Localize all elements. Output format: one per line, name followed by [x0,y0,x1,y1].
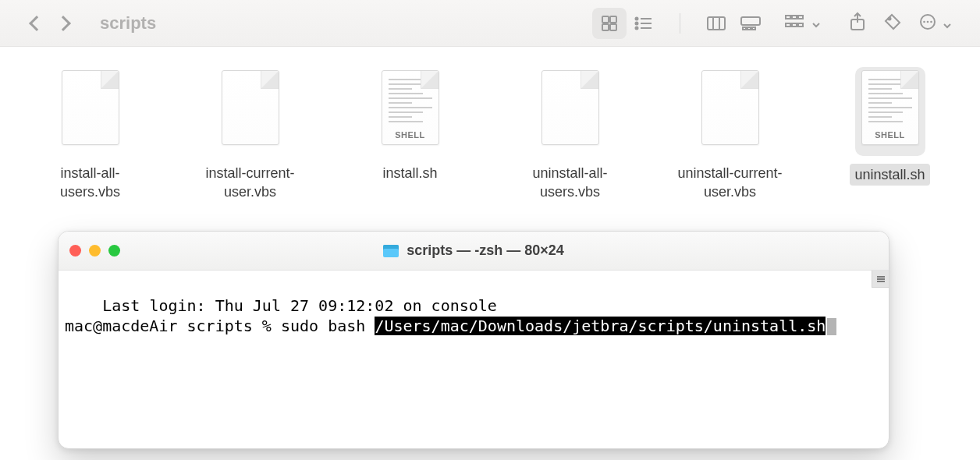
view-mode-segment-2 [699,8,768,39]
svg-point-27 [923,20,925,23]
svg-point-8 [636,27,638,29]
svg-rect-13 [741,17,760,25]
generic-file-icon [222,70,279,145]
file-label: uninstall-all- users.vbs [532,164,607,202]
folder-icon [383,245,399,257]
svg-rect-14 [743,27,746,30]
file-label: uninstall.sh [850,164,929,186]
svg-point-25 [889,17,891,19]
view-mode-segment [592,8,661,39]
group-by-button[interactable] [785,14,832,33]
terminal-command-arg: /Users/mac/Downloads/jetbra/scripts/unin… [375,317,826,335]
list-icon [634,16,653,31]
file-icon-wrap [695,67,765,156]
file-label: install-all- users.vbs [60,164,120,202]
file-icon-wrap [535,67,605,156]
view-columns-button[interactable] [699,8,733,39]
shell-badge: SHELL [382,130,439,140]
generic-file-icon [541,70,599,145]
terminal-title: scripts — -zsh — 80×24 [59,242,889,259]
file-item[interactable]: install-all- users.vbs [37,67,143,202]
svg-point-28 [927,20,929,23]
grid-icon [601,15,618,32]
finder-toolbar: scripts [0,0,980,47]
view-icons-button[interactable] [592,8,627,39]
file-icon-wrap: SHELL [855,67,925,156]
terminal-scroll-indicator[interactable] [872,271,889,288]
svg-rect-0 [602,16,609,23]
file-label: uninstall-current- user.vbs [677,164,782,202]
terminal-login-line: Last login: Thu Jul 27 09:12:02 on conso… [102,296,497,315]
svg-rect-10 [708,17,725,30]
svg-rect-1 [610,16,616,23]
svg-rect-19 [798,16,803,19]
file-icon-wrap: SHELL [375,67,446,156]
hamburger-icon [875,274,886,285]
toolbar-divider [680,13,680,34]
terminal-prompt: mac@macdeAir scripts % [65,317,281,335]
shell-badge: SHELL [862,130,918,140]
svg-point-4 [636,17,638,19]
generic-file-icon [701,70,759,145]
svg-rect-16 [752,27,755,30]
terminal-cursor [827,318,836,335]
shell-file-icon: SHELL [861,70,919,145]
file-icon-wrap [215,67,286,156]
tags-button[interactable] [883,12,902,34]
svg-rect-20 [786,23,790,27]
svg-rect-18 [792,16,797,19]
group-icon [785,14,805,30]
finder-icon-grid: install-all- users.vbsinstall-current- u… [0,47,980,202]
file-item[interactable]: uninstall-all- users.vbs [517,67,623,202]
file-item[interactable]: uninstall-current- user.vbs [677,67,783,202]
view-list-button[interactable] [627,8,661,39]
terminal-command-prefix: sudo bash [281,317,375,335]
svg-rect-3 [610,24,616,30]
file-item[interactable]: install-current- user.vbs [197,67,303,202]
svg-point-29 [930,20,932,23]
columns-icon [707,16,726,30]
svg-rect-22 [798,23,803,27]
finder-title: scripts [100,13,578,34]
share-button[interactable] [849,12,866,35]
nav-arrows [31,18,69,29]
file-label: install-current- user.vbs [205,164,294,202]
svg-rect-2 [602,24,609,30]
terminal-window: scripts — -zsh — 80×24 Last login: Thu J… [58,231,889,449]
generic-file-icon [62,70,119,145]
shell-file-icon: SHELL [382,70,439,145]
chevron-down-icon [943,21,952,30]
terminal-body[interactable]: Last login: Thu Jul 27 09:12:02 on conso… [59,271,889,448]
forward-icon[interactable] [55,16,71,31]
svg-rect-21 [792,23,797,27]
file-item[interactable]: SHELLinstall.sh [357,67,463,202]
close-window-button[interactable] [69,245,81,257]
terminal-titlebar[interactable]: scripts — -zsh — 80×24 [59,232,889,271]
tag-icon [883,12,902,31]
svg-point-6 [636,22,638,24]
toolbar-right [592,8,966,39]
minimize-window-button[interactable] [89,245,101,257]
more-actions-button[interactable] [919,13,960,34]
svg-rect-15 [747,27,751,30]
file-label: install.sh [382,164,437,182]
gallery-icon [740,16,761,30]
view-gallery-button[interactable] [733,8,768,39]
file-icon-wrap [55,67,126,156]
window-controls [69,245,120,257]
terminal-title-text: scripts — -zsh — 80×24 [407,242,564,259]
back-icon[interactable] [29,16,44,31]
file-item[interactable]: SHELLuninstall.sh [837,67,943,202]
chevron-down-icon [811,20,821,30]
ellipsis-circle-icon [919,13,936,30]
share-icon [849,12,866,32]
svg-rect-17 [786,16,790,19]
zoom-window-button[interactable] [108,245,120,257]
